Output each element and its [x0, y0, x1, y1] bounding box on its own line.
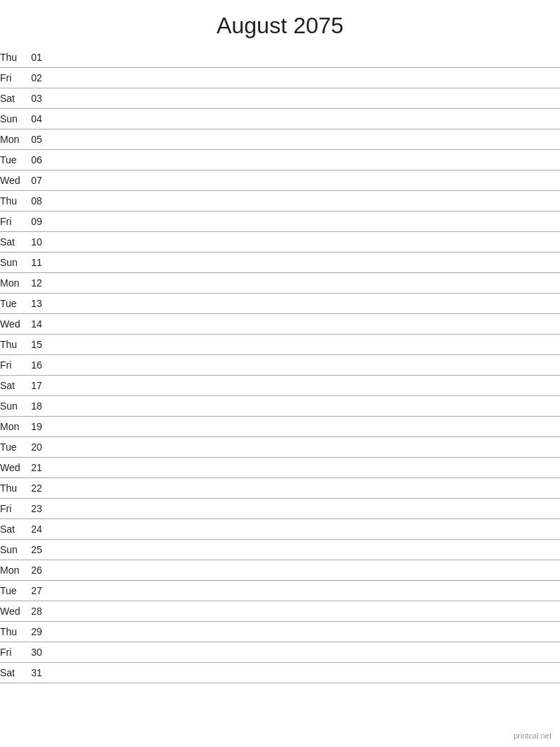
- day-line: [51, 129, 560, 150]
- day-line: [51, 376, 560, 396]
- day-number: 01: [31, 47, 51, 68]
- day-line: [51, 88, 560, 109]
- day-name: Sun: [0, 396, 31, 417]
- day-line: [51, 335, 560, 355]
- table-row: Sun18: [0, 396, 560, 417]
- table-row: Fri23: [0, 499, 560, 519]
- table-row: Wed28: [0, 601, 560, 622]
- day-name: Sat: [0, 376, 31, 396]
- day-line: [51, 663, 560, 683]
- day-number: 29: [31, 622, 51, 642]
- day-line: [51, 417, 560, 437]
- table-row: Tue20: [0, 437, 560, 458]
- day-line: [51, 560, 560, 581]
- day-number: 26: [31, 560, 51, 581]
- day-line: [51, 355, 560, 376]
- day-number: 16: [31, 355, 51, 376]
- day-number: 25: [31, 540, 51, 560]
- day-number: 09: [31, 212, 51, 232]
- day-line: [51, 642, 560, 663]
- day-number: 15: [31, 335, 51, 355]
- day-name: Tue: [0, 581, 31, 601]
- day-line: [51, 581, 560, 601]
- day-line: [51, 519, 560, 540]
- table-row: Sun04: [0, 109, 560, 129]
- day-name: Fri: [0, 68, 31, 88]
- day-number: 27: [31, 581, 51, 601]
- day-line: [51, 540, 560, 560]
- day-name: Mon: [0, 417, 31, 437]
- day-line: [51, 47, 560, 68]
- day-number: 14: [31, 314, 51, 335]
- table-row: Sat17: [0, 376, 560, 396]
- table-row: Thu22: [0, 478, 560, 499]
- day-line: [51, 478, 560, 499]
- table-row: Fri16: [0, 355, 560, 376]
- day-number: 18: [31, 396, 51, 417]
- day-line: [51, 273, 560, 294]
- day-line: [51, 170, 560, 191]
- day-name: Tue: [0, 150, 31, 170]
- day-name: Fri: [0, 355, 31, 376]
- day-name: Fri: [0, 499, 31, 519]
- day-line: [51, 68, 560, 88]
- day-name: Mon: [0, 560, 31, 581]
- day-line: [51, 294, 560, 314]
- table-row: Thu15: [0, 335, 560, 355]
- day-number: 06: [31, 150, 51, 170]
- table-row: Mon26: [0, 560, 560, 581]
- table-row: Sun11: [0, 253, 560, 273]
- day-line: [51, 396, 560, 417]
- day-number: 17: [31, 376, 51, 396]
- table-row: Tue13: [0, 294, 560, 314]
- day-line: [51, 499, 560, 519]
- table-row: Thu29: [0, 622, 560, 642]
- day-name: Thu: [0, 478, 31, 499]
- day-number: 13: [31, 294, 51, 314]
- day-number: 28: [31, 601, 51, 622]
- day-number: 02: [31, 68, 51, 88]
- table-row: Sat31: [0, 663, 560, 683]
- table-row: Thu01: [0, 47, 560, 68]
- day-name: Fri: [0, 212, 31, 232]
- day-line: [51, 191, 560, 212]
- day-line: [51, 150, 560, 170]
- day-name: Sat: [0, 232, 31, 253]
- day-name: Fri: [0, 642, 31, 663]
- day-name: Wed: [0, 601, 31, 622]
- day-line: [51, 212, 560, 232]
- day-name: Thu: [0, 47, 31, 68]
- footer-watermark: printcal.net: [513, 731, 552, 740]
- day-number: 23: [31, 499, 51, 519]
- table-row: Fri30: [0, 642, 560, 663]
- table-row: Fri09: [0, 212, 560, 232]
- table-row: Wed07: [0, 170, 560, 191]
- day-number: 10: [31, 232, 51, 253]
- day-name: Mon: [0, 129, 31, 150]
- table-row: Sun25: [0, 540, 560, 560]
- day-line: [51, 601, 560, 622]
- day-number: 22: [31, 478, 51, 499]
- day-number: 11: [31, 253, 51, 273]
- day-number: 03: [31, 88, 51, 109]
- table-row: Thu08: [0, 191, 560, 212]
- day-number: 31: [31, 663, 51, 683]
- day-line: [51, 232, 560, 253]
- table-row: Mon12: [0, 273, 560, 294]
- day-name: Sun: [0, 540, 31, 560]
- day-name: Tue: [0, 437, 31, 458]
- day-name: Thu: [0, 335, 31, 355]
- table-row: Wed21: [0, 458, 560, 478]
- table-row: Tue06: [0, 150, 560, 170]
- day-name: Thu: [0, 622, 31, 642]
- day-number: 05: [31, 129, 51, 150]
- day-number: 30: [31, 642, 51, 663]
- table-row: Sat24: [0, 519, 560, 540]
- day-name: Sat: [0, 663, 31, 683]
- calendar-table: Thu01Fri02Sat03Sun04Mon05Tue06Wed07Thu08…: [0, 47, 560, 683]
- day-line: [51, 109, 560, 129]
- day-line: [51, 314, 560, 335]
- day-number: 12: [31, 273, 51, 294]
- day-number: 19: [31, 417, 51, 437]
- day-line: [51, 458, 560, 478]
